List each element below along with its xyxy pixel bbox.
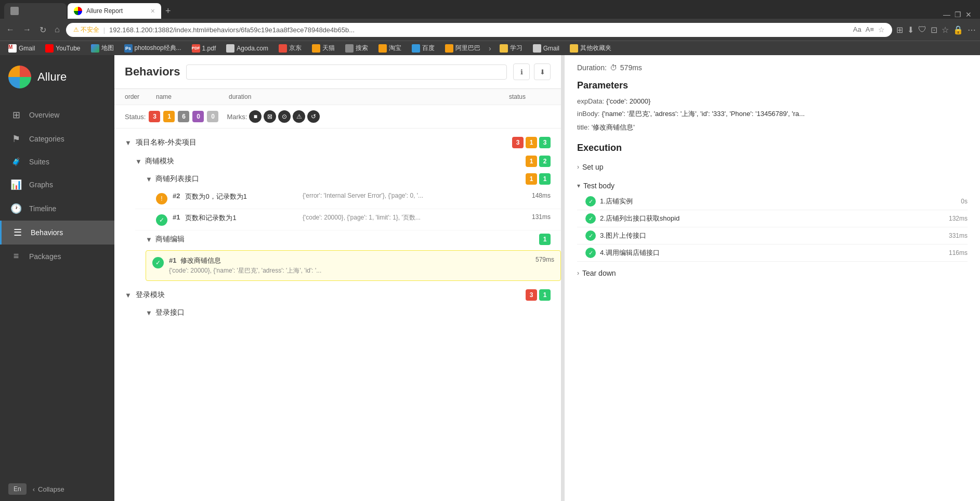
exec-teardown-header[interactable]: › Tear down [577, 266, 968, 280]
bookmark-youtube[interactable]: YouTube [41, 43, 84, 54]
translate-icon[interactable]: Aa [853, 25, 861, 34]
sidebar-item-graphs[interactable]: 📊 Graphs [0, 173, 114, 197]
section-toggle-icon: ▼ [125, 139, 132, 147]
exec-setup-section: › Set up [577, 160, 968, 174]
maximize-icon[interactable]: ❐ [955, 10, 961, 19]
subsection-header-loginapi[interactable]: ▼ 登录接口 [135, 305, 561, 320]
sidebar-item-suites[interactable]: 🧳 Suites [0, 151, 114, 173]
test-body-item-2[interactable]: ✓ 2.店铺列出接口获取shopid 132ms [577, 210, 968, 227]
language-button[interactable]: En [8, 483, 27, 495]
status-badge-purple[interactable]: 0 [192, 111, 204, 122]
status-badge-red[interactable]: 3 [149, 111, 160, 122]
filter-row: Status: 3 1 6 0 0 Marks: ■ ⊠ ⊙ ⚠ ↺ [114, 105, 561, 129]
test-body-item-3[interactable]: ✓ 3.图片上传接口 331ms [577, 227, 968, 245]
test-body-item-1[interactable]: ✓ 1.店铺实例 0s [577, 193, 968, 210]
home-button[interactable]: ⌂ [53, 23, 62, 36]
test-row-shoplist-1[interactable]: ✓ #1 页数和记录数为1 {'code': 20000}, {'page': … [135, 209, 561, 230]
tb-name-1: 1.店铺实例 [600, 197, 957, 206]
agoda-icon [226, 44, 234, 53]
download-icon[interactable]: ⬇ [907, 25, 914, 35]
order-column-header[interactable]: order [125, 93, 156, 100]
folder-other-icon [570, 44, 578, 53]
subsection-title-loginapi: 登录接口 [155, 308, 551, 317]
address-bar-icons: Aa A≡ ☆ [853, 25, 885, 34]
sidebar-item-behaviors[interactable]: ☰ Behaviors [0, 221, 114, 245]
bookmark-other[interactable]: 其他收藏夹 [566, 43, 616, 54]
name-column-header[interactable]: name [156, 93, 229, 100]
section-header-login[interactable]: ▼ 登录模块 3 1 [114, 285, 561, 305]
exec-testbody-header[interactable]: ▾ Test body [577, 178, 968, 193]
jd-icon [279, 44, 287, 53]
bookmarks-more-button[interactable]: › [487, 43, 493, 54]
bookmark-maps-label: 地图 [101, 44, 114, 53]
test-body-item-4[interactable]: ✓ 4.调用编辑店铺接口 116ms [577, 245, 968, 262]
download-button[interactable]: ⬇ [534, 63, 551, 80]
browser-tab-inactive[interactable] [4, 3, 67, 19]
info-button[interactable]: ℹ [513, 63, 530, 80]
param-row-title: title: '修改商铺信息' [577, 123, 968, 132]
reload-button[interactable]: ↻ [37, 23, 48, 37]
test-row-shopedit-1-highlighted[interactable]: ✓ #1 修改商铺信息 {'code': 20000}, {'name': '星… [146, 250, 561, 281]
tb-duration-1: 0s [961, 198, 968, 205]
status-badge-light[interactable]: 0 [207, 111, 218, 122]
expdata-value: {'code': 20000} [606, 97, 650, 105]
mark-icon-4[interactable]: ⚠ [293, 110, 305, 123]
bookmark-learning[interactable]: 学习 [495, 43, 527, 54]
back-button[interactable]: ← [4, 23, 17, 36]
minimize-icon[interactable]: — [943, 10, 950, 19]
more-button[interactable]: ⋯ [968, 25, 976, 35]
bookmark-gmail[interactable]: M Gmail [4, 43, 39, 54]
tab-close-button[interactable]: × [151, 7, 155, 15]
test-row-shoplist-2[interactable]: ! #2 页数为0，记录数为1 {'error': 'Internal Serv… [135, 188, 561, 209]
status-badge-orange[interactable]: 1 [163, 111, 175, 122]
address-bar[interactable]: ⚠ 不安全 | 192.168.1.200:13882/index.html#b… [66, 23, 892, 37]
mark-icon-3[interactable]: ⊙ [278, 110, 291, 123]
favorites-icon[interactable]: ☆ [942, 25, 949, 35]
bookmark-gmail2[interactable]: Gmail [529, 43, 564, 54]
bookmark-maps[interactable]: 地图 [87, 43, 118, 54]
forward-button[interactable]: → [21, 23, 33, 36]
section-header-main[interactable]: ▼ 项目名称-外卖项目 3 1 3 [114, 133, 561, 152]
bookmark-ps[interactable]: Ps photoshop经典... [120, 43, 186, 54]
shield-icon[interactable]: 🛡 [918, 25, 926, 34]
sidebar-item-timeline[interactable]: 🕐 Timeline [0, 197, 114, 221]
security-warning: ⚠ 不安全 [73, 25, 99, 34]
close-window-icon[interactable]: ✕ [965, 10, 972, 19]
bookmark-agoda[interactable]: Agoda.com [222, 43, 272, 54]
separator: | [103, 26, 105, 34]
sidebar-item-overview[interactable]: ⊞ Overview [0, 103, 114, 127]
subsection-shopmodule: ▼ 商铺模块 1 2 ▼ 商铺列表接口 1 [114, 152, 561, 281]
browser-tab-active[interactable]: Allure Report × [68, 3, 161, 19]
subsection-header-shopmodule[interactable]: ▼ 商铺模块 1 2 [125, 152, 561, 170]
behaviors-search-input[interactable] [186, 65, 507, 80]
extensions-icon[interactable]: ⊞ [896, 25, 903, 35]
bookmark-tianmao[interactable]: 天猫 [308, 43, 339, 54]
test-name-1: 页数和记录数为1 [185, 213, 297, 223]
sub-subsection-header-shopedit[interactable]: ▼ 商铺编辑 1 [135, 230, 561, 248]
sub-subsection-header-shoplist[interactable]: ▼ 商铺列表接口 1 1 [135, 170, 561, 188]
bookmark-jd[interactable]: 京东 [275, 43, 306, 54]
star-icon[interactable]: ☆ [878, 25, 885, 34]
mark-icon-1[interactable]: ■ [249, 110, 262, 123]
lock-icon[interactable]: 🔒 [953, 25, 963, 35]
collapse-button[interactable]: ‹ Collapse [33, 485, 64, 493]
duration-column-header[interactable]: duration [229, 93, 509, 100]
status-badge-gray[interactable]: 6 [178, 111, 189, 122]
sub-subsection-shopedit: ▼ 商铺编辑 1 ✓ #1 修改商铺 [125, 230, 561, 281]
bookmark-alibaba[interactable]: 阿里巴巴 [441, 43, 485, 54]
sidebar-item-packages[interactable]: ≡ Packages [0, 245, 114, 268]
read-aloud-icon[interactable]: A≡ [866, 25, 874, 34]
mark-icon-2[interactable]: ⊠ [264, 110, 276, 123]
bookmark-taobao[interactable]: 淘宝 [374, 43, 406, 54]
sidebar-item-categories[interactable]: ⚑ Categories [0, 127, 114, 151]
test-preview-shopedit: {'code': 20000}, {'name': '星巴克', 'adress… [169, 266, 321, 275]
bookmark-pdf[interactable]: PDF 1.pdf [188, 43, 220, 54]
bookmark-baidu[interactable]: 百度 [408, 43, 439, 54]
bookmark-search[interactable]: 搜索 [341, 43, 372, 54]
new-tab-button[interactable]: + [161, 6, 175, 17]
status-column-header[interactable]: status [509, 93, 551, 100]
split-view-icon[interactable]: ⊡ [931, 25, 937, 35]
param-row-expdata: expData: {'code': 20000} [577, 97, 968, 105]
exec-setup-header[interactable]: › Set up [577, 160, 968, 174]
mark-icon-5[interactable]: ↺ [307, 110, 320, 123]
